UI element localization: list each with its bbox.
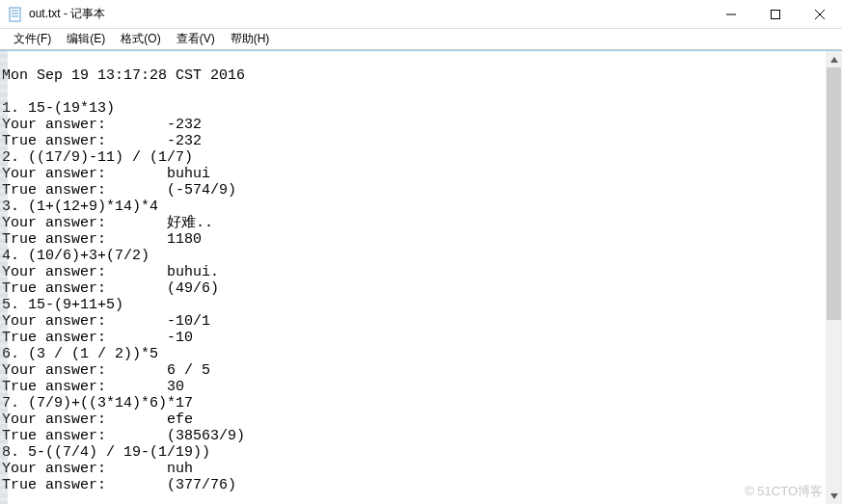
minimize-button[interactable] [709, 0, 753, 28]
svg-rect-5 [772, 10, 780, 18]
vertical-scrollbar[interactable] [826, 51, 842, 504]
svg-marker-8 [830, 57, 838, 63]
notepad-icon [8, 7, 23, 22]
title-bar: out.txt - 记事本 [0, 0, 842, 29]
menu-bar: 文件(F) 编辑(E) 格式(O) 查看(V) 帮助(H) [0, 29, 842, 50]
svg-rect-0 [10, 8, 20, 21]
menu-help[interactable]: 帮助(H) [223, 29, 278, 49]
text-content[interactable]: Mon Sep 19 13:17:28 CST 2016 1. 15-(19*1… [0, 51, 826, 504]
close-button[interactable] [798, 0, 842, 28]
scroll-thumb[interactable] [827, 67, 841, 320]
editor-area: Mon Sep 19 13:17:28 CST 2016 1. 15-(19*1… [0, 50, 842, 504]
maximize-button[interactable] [753, 0, 798, 28]
scroll-down-button[interactable] [826, 488, 842, 504]
menu-view[interactable]: 查看(V) [169, 29, 223, 49]
menu-file[interactable]: 文件(F) [6, 29, 59, 49]
window-title: out.txt - 记事本 [29, 6, 709, 22]
menu-edit[interactable]: 编辑(E) [59, 29, 113, 49]
scroll-up-button[interactable] [826, 51, 842, 67]
window-controls [709, 0, 842, 28]
svg-marker-9 [830, 493, 838, 499]
menu-format[interactable]: 格式(O) [113, 29, 168, 49]
scroll-track[interactable] [826, 67, 842, 488]
